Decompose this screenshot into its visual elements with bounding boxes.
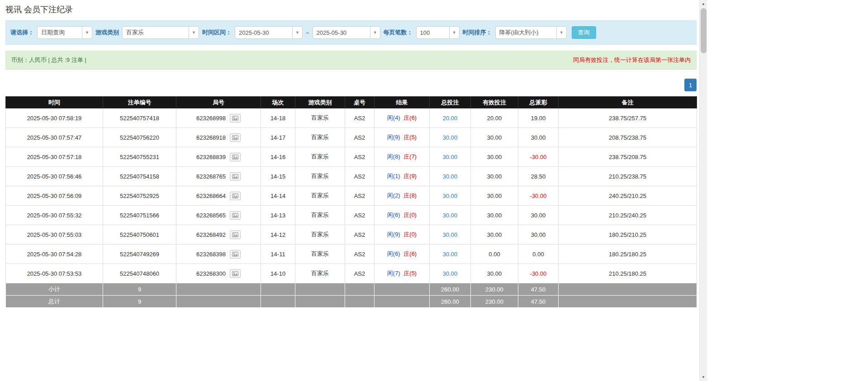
cell-bet-id: 522540750601 [103,225,176,245]
cell-total-bet: 30.00 [430,147,471,167]
cell-payout: 30.00 [518,225,559,245]
cell-payout: 28.50 [518,167,559,186]
col-session: 场次 [261,97,295,108]
roadmap-image-icon[interactable] [230,250,241,259]
roadmap-image-icon[interactable] [230,269,241,278]
cell-total-bet: 30.00 [430,128,471,147]
col-game-type: 游戏类别 [295,97,345,108]
bet-records-table: 时间 注单编号 局号 场次 游戏类别 桌号 结果 总投注 有效投注 总派彩 备注… [5,96,697,308]
table-row: 2025-05-30 07:57:47 522540756220 6232689… [6,128,697,147]
cell-game-type: 百家乐 [295,186,345,206]
page-1-button[interactable]: 1 [684,79,697,91]
cell-round-id: 623268664 [176,186,261,206]
scroll-down-icon[interactable]: ▼ [700,373,707,381]
total-bet-link[interactable]: 30.00 [443,212,458,219]
scrollbar-thumb[interactable] [701,8,707,53]
cell-time: 2025-05-30 07:56:46 [6,167,103,186]
roadmap-image-icon[interactable] [230,153,241,161]
total-bet-link[interactable]: 30.00 [443,173,458,180]
cell-session: 14-16 [261,147,295,167]
cell-time: 2025-05-30 07:57:47 [6,128,103,147]
cell-result: 闲(6) 庄(0) [375,206,430,225]
total-label: 总计 [6,296,103,308]
scroll-up-icon[interactable]: ▲ [700,0,707,8]
round-id-text: 623268918 [196,134,226,141]
roadmap-image-icon[interactable] [230,230,241,239]
cell-round-id: 623268565 [176,206,261,225]
round-id-text: 623268492 [196,231,226,238]
total-bet-link[interactable]: 30.00 [443,154,458,160]
col-round-id: 局号 [176,97,261,108]
time-sort-value: 降幂(由大到小) [496,28,556,37]
total-bet-link[interactable]: 30.00 [443,231,458,238]
cell-remark: 238.75/208.75 [559,147,697,167]
total-bet-link[interactable]: 30.00 [443,193,458,199]
cell-bet-id: 522540749269 [103,245,176,264]
vertical-scrollbar[interactable]: ▲ ▼ [699,0,707,381]
total-bet-link[interactable]: 30.00 [443,270,458,277]
table-row: 2025-05-30 07:58:19 522540757418 6232689… [6,108,697,128]
cell-remark: 210.25/238.75 [559,167,697,186]
cell-round-id: 623268398 [176,245,261,264]
roadmap-image-icon[interactable] [230,114,241,122]
cell-table-no: AS2 [345,147,375,167]
cell-table-no: AS2 [345,206,375,225]
cell-round-id: 623268765 [176,167,261,186]
cell-session: 14-15 [261,167,295,186]
select-type-label: 请选择： [10,28,34,37]
col-total-bet: 总投注 [430,97,471,108]
date-range-tilde: ~ [306,29,309,36]
time-sort-select[interactable]: 降幂(由大到小) ▼ [495,26,567,39]
cell-remark: 240.25/210.25 [559,186,697,206]
subtotal-payout: 47.50 [518,283,559,296]
cell-session: 14-13 [261,206,295,225]
total-total-bet: 260.00 [430,296,471,308]
date-to-select[interactable]: 2025-05-30 ▼ [313,26,380,39]
cell-remark: 210.25/180.25 [559,264,697,283]
query-type-select[interactable]: 日期查询 ▼ [37,26,92,39]
cell-round-id: 623268492 [176,225,261,245]
time-sort-label: 时间排序： [463,28,492,37]
cell-round-id: 623268839 [176,147,261,167]
valid-bet-notice: 同局有效投注，统一计算在该局第一张注单内 [573,56,691,64]
result-player: 闲(8) [387,153,400,160]
cell-time: 2025-05-30 07:56:09 [6,186,103,206]
roadmap-image-icon[interactable] [230,133,241,142]
result-banker: 庄(0) [403,212,417,218]
cell-valid-bet: 30.00 [471,264,518,283]
result-banker: 庄(6) [403,250,417,257]
round-id-text: 623268765 [196,173,226,180]
main-content: 视讯 会员下注纪录 请选择： 日期查询 ▼ 游戏类别 百家乐 ▼ 时间区间： 2… [5,0,697,308]
cell-table-no: AS2 [345,245,375,264]
cell-valid-bet: 30.00 [471,186,518,206]
cell-remark: 180.25/210.25 [559,225,697,245]
date-from-select[interactable]: 2025-05-30 ▼ [235,26,303,39]
result-player: 闲(9) [387,231,400,238]
cell-valid-bet: 30.00 [471,147,518,167]
filter-bar: 请选择： 日期查询 ▼ 游戏类别 百家乐 ▼ 时间区间： 2025-05-30 … [5,20,697,45]
cell-session: 14-10 [261,264,295,283]
chevron-down-icon: ▼ [370,27,380,38]
total-bet-link[interactable]: 30.00 [443,134,458,141]
cell-result: 闲(9) 庄(0) [375,225,430,245]
cell-game-type: 百家乐 [295,108,345,128]
total-bet-link[interactable]: 30.00 [443,251,458,258]
time-range-label: 时间区间： [202,28,232,37]
summary-bar: 币别：人民币 | 总共 :9 注单 | 同局有效投注，统一计算在该局第一张注单内 [5,51,697,70]
col-remark: 备注 [559,97,697,108]
col-valid-bet: 有效投注 [471,97,518,108]
cell-game-type: 百家乐 [295,128,345,147]
chevron-down-icon: ▼ [556,27,566,38]
roadmap-image-icon[interactable] [230,211,241,220]
cell-table-no: AS2 [345,108,375,128]
cell-remark: 210.25/240.25 [559,206,697,225]
page-size-select[interactable]: 100 ▼ [416,26,460,39]
result-banker: 庄(9) [403,173,417,179]
table-row: 2025-05-30 07:56:09 522540752925 6232686… [6,186,697,206]
total-bet-link[interactable]: 20.00 [443,115,458,122]
game-type-select[interactable]: 百家乐 ▼ [122,26,199,39]
cell-total-bet: 30.00 [430,186,471,206]
roadmap-image-icon[interactable] [230,192,241,200]
roadmap-image-icon[interactable] [230,172,241,181]
search-button[interactable]: 查询 [572,26,596,39]
